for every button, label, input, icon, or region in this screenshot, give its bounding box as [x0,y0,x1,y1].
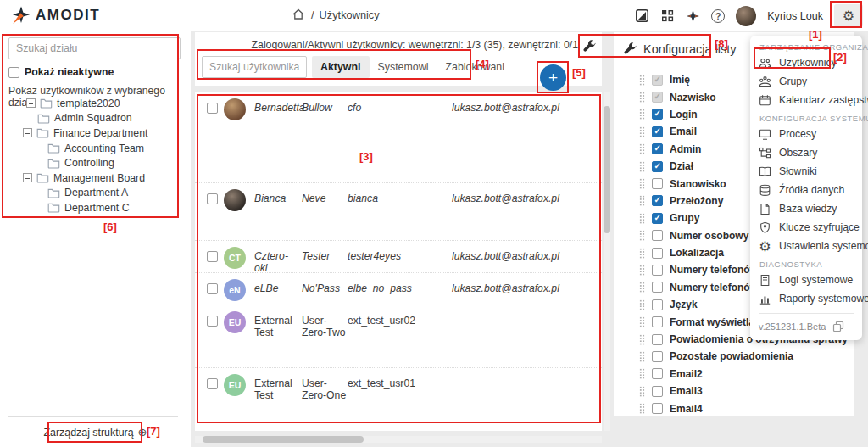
config-checkbox[interactable] [652,316,663,327]
drag-handle-icon[interactable] [639,230,645,241]
breadcrumb-page[interactable]: Użytkownicy [320,8,380,21]
row-checkbox[interactable] [207,316,218,327]
drag-handle-icon[interactable] [639,282,645,293]
menu-item-kalendarz[interactable]: Kalendarz zastępstw [759,91,854,109]
config-checkbox[interactable] [652,368,663,379]
config-list-item[interactable]: Email4 [614,400,854,416]
drag-handle-icon[interactable] [639,178,645,189]
drag-handle-icon[interactable] [639,143,645,154]
menu-item-zrodla-danych[interactable]: Źródła danych [759,181,854,199]
menu-item-raporty[interactable]: Raporty systemowe [759,289,854,308]
config-list-item[interactable]: Email3 [614,383,854,400]
tree-item[interactable]: Accounting Team [0,141,191,156]
drag-handle-icon[interactable] [639,109,645,120]
menu-item-logi[interactable]: Logi systemowe [759,271,854,289]
drag-handle-icon[interactable] [639,75,645,86]
collapse-icon[interactable] [26,98,36,108]
config-checkbox[interactable] [652,265,663,276]
copy-icon[interactable] [832,321,844,332]
drag-handle-icon[interactable] [639,386,645,397]
app-logo[interactable]: AMODIT [11,5,100,25]
config-checkbox[interactable] [652,161,663,172]
apps-grid-icon[interactable] [660,8,675,23]
user-avatar[interactable] [736,6,756,26]
menu-item-obszary[interactable]: Obszary [759,143,854,162]
row-checkbox[interactable] [207,193,218,204]
horizontal-scrollbar[interactable] [195,436,602,443]
config-checkbox[interactable] [652,230,663,241]
collapse-icon[interactable] [23,173,32,182]
config-list-item[interactable]: Pozostałe powiadomienia [614,348,854,365]
menu-item-grupy[interactable]: Grupy [759,72,854,91]
row-checkbox[interactable] [207,283,218,294]
tab-aktywni[interactable]: Aktywni [312,56,370,78]
home-icon[interactable] [292,8,306,22]
table-row[interactable]: EU External Test User-Zero-One ext_test_… [195,367,602,430]
config-checkbox[interactable] [652,299,663,310]
tree-item[interactable]: Controlling [0,155,191,170]
drag-handle-icon[interactable] [639,161,645,172]
config-checkbox[interactable] [652,195,663,206]
drag-handle-icon[interactable] [639,213,645,224]
config-checkbox[interactable] [652,75,663,86]
tree-item[interactable]: Finance Department [0,126,191,141]
user-name[interactable]: Kyrios Louk [767,10,823,22]
config-checkbox[interactable] [652,109,663,120]
tree-item[interactable]: Management Board [0,170,191,186]
settings-button[interactable] [834,4,863,27]
drag-handle-icon[interactable] [639,351,645,362]
config-checkbox[interactable] [652,334,663,345]
drag-handle-icon[interactable] [639,334,645,345]
wrench-icon[interactable] [583,40,596,53]
menu-item-slowniki[interactable]: Słowniki [759,162,854,181]
tree-item[interactable]: Department A [0,186,191,201]
ai-sparkle-icon[interactable] [686,8,700,23]
tab-systemowi[interactable]: Systemowi [370,56,437,78]
drag-handle-icon[interactable] [639,248,645,259]
drag-handle-icon[interactable] [639,265,645,276]
collapse-icon[interactable] [23,128,32,137]
table-row[interactable]: Bernadetta Bullow cfo lukasz.bott@astraf… [195,92,602,182]
drag-handle-icon[interactable] [639,195,645,206]
config-checkbox[interactable] [652,178,663,189]
manage-structure-button[interactable]: Zarządzaj strukturą [0,426,191,439]
table-row[interactable]: eN eLBe No'Pass elbe_no_pass lukasz.bott… [195,272,602,305]
department-search-input[interactable] [8,37,181,59]
config-checkbox[interactable] [652,248,663,259]
tree-item[interactable]: Admin Squadron [0,111,191,126]
config-checkbox[interactable] [652,213,663,224]
drag-handle-icon[interactable] [639,126,645,137]
tree-item[interactable]: template2020 [0,96,191,111]
user-search-input[interactable] [202,56,307,78]
vertical-scrollbar[interactable] [604,92,610,431]
scrollbar-thumb[interactable] [203,436,364,443]
config-checkbox[interactable] [652,143,663,154]
config-checkbox[interactable] [652,351,663,362]
row-checkbox[interactable] [207,251,218,262]
row-checkbox[interactable] [207,103,218,114]
config-checkbox[interactable] [652,386,663,397]
row-checkbox[interactable] [207,378,218,389]
tree-item[interactable]: Department C [0,200,191,215]
menu-item-klucze[interactable]: Klucze szyfrujące [759,218,854,237]
drag-handle-icon[interactable] [639,316,645,327]
drag-handle-icon[interactable] [639,92,645,103]
menu-item-procesy[interactable]: Procesy [759,125,854,143]
contrast-theme-icon[interactable] [635,8,649,23]
menu-item-ustawienia[interactable]: Ustawienia systemowe [759,237,854,255]
table-row[interactable]: Bianca Neve bianca lukasz.bott@astrafox.… [195,182,602,240]
config-checkbox[interactable] [652,403,663,414]
menu-item-baza-wiedzy[interactable]: Baza wiedzy [759,199,854,218]
config-list-item[interactable]: Email2 [614,366,854,383]
drag-handle-icon[interactable] [639,403,645,414]
show-inactive-checkbox[interactable] [8,67,19,78]
table-row[interactable]: EU External Test User-Zero-Two ext_test_… [195,305,602,367]
scrollbar-thumb[interactable] [604,106,610,233]
drag-handle-icon[interactable] [639,368,645,379]
add-user-button[interactable]: + [540,64,566,91]
help-icon[interactable]: ? [711,9,725,23]
config-checkbox[interactable] [652,282,663,293]
config-checkbox[interactable] [652,92,663,103]
table-row[interactable]: CT Cztero-oki Tester tester4eyes lukasz.… [195,240,602,272]
drag-handle-icon[interactable] [639,299,645,310]
